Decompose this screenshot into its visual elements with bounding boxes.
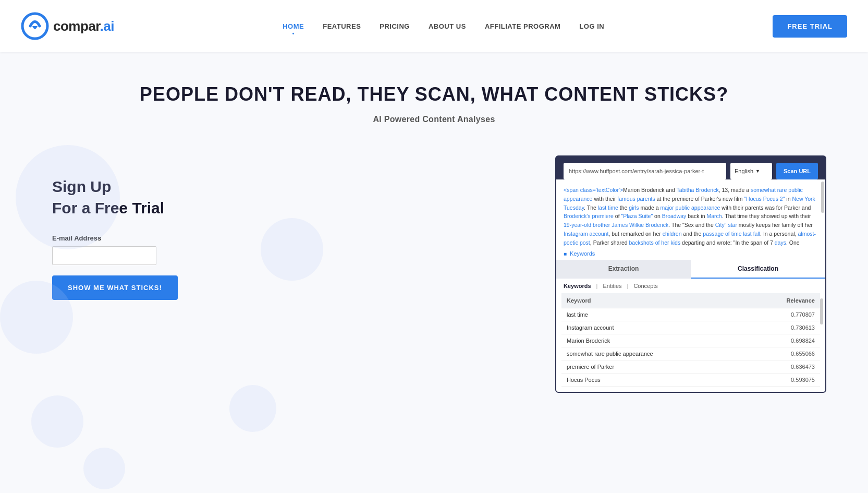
logo-icon xyxy=(21,12,49,40)
nav-cta-button[interactable]: FREE TRIAL xyxy=(773,15,847,38)
nav-item-features[interactable]: FEATURES xyxy=(323,21,361,31)
chevron-down-icon: ▼ xyxy=(755,169,760,174)
bg-blob-3 xyxy=(31,395,83,448)
url-input[interactable]: https://www.huffpost.com/entry/sarah-jes… xyxy=(564,163,726,179)
scan-url-button[interactable]: Scan URL xyxy=(776,163,818,179)
kw-subtabs: Keywords | Entities | Concepts xyxy=(555,279,826,293)
nav-link-home[interactable]: HOME xyxy=(283,22,304,30)
table-col-relevance: Relevance xyxy=(746,293,820,308)
kw-tab-concepts[interactable]: Concepts xyxy=(633,283,657,289)
bg-blob-4 xyxy=(83,448,125,489)
signup-heading: Sign Up For a Free Trial xyxy=(52,176,250,219)
table-cell-keyword: premiere of Parker xyxy=(561,360,746,374)
kw-tab-keywords[interactable]: Keywords xyxy=(564,283,591,289)
signup-heading-line1: Sign Up xyxy=(52,178,111,195)
nav-link-pricing[interactable]: PRICING xyxy=(380,22,410,30)
table-cell-relevance: 0.770807 xyxy=(746,308,820,321)
table-col-keyword: Keyword xyxy=(561,293,746,308)
nav-item-pricing[interactable]: PRICING xyxy=(380,21,410,31)
table-cell-keyword: last time xyxy=(561,308,746,321)
bg-blob-6 xyxy=(229,385,276,432)
table-cell-relevance: 0.593075 xyxy=(746,374,820,387)
table-row: last time 0.770807 xyxy=(561,308,820,321)
tab-extraction[interactable]: Extraction xyxy=(556,260,691,279)
keywords-bar: ■ Keywords xyxy=(555,247,826,260)
table-row: Instagram account 0.730613 xyxy=(561,321,820,334)
tab-classification[interactable]: Classification xyxy=(691,260,825,279)
nav-link-login[interactable]: LOG IN xyxy=(579,22,604,30)
nav-item-about[interactable]: ABOUT US xyxy=(429,21,466,31)
cta-button[interactable]: SHOW ME WHAT STICKS! xyxy=(52,275,178,300)
keywords-table-wrap: Keyword Relevance last time 0.770807 Ins… xyxy=(555,293,826,393)
hero-section: PEOPLE DON'T READ, THEY SCAN, WHAT CONTE… xyxy=(0,52,868,135)
keywords-dot: ■ xyxy=(564,251,567,257)
text-content-area: <span class='textColor'>Marion Broderick… xyxy=(555,179,826,247)
nav-link-features[interactable]: FEATURES xyxy=(323,22,361,30)
lang-select[interactable]: English ▼ xyxy=(730,163,772,179)
nav-item-affiliate[interactable]: AFFILIATE PROGRAM xyxy=(485,21,560,31)
email-label: E-mail Address xyxy=(52,234,250,242)
table-cell-relevance: 0.655066 xyxy=(746,347,820,360)
panel-top: https://www.huffpost.com/entry/sarah-jes… xyxy=(555,155,826,179)
table-cell-relevance: 0.636473 xyxy=(746,360,820,374)
logo-text: compar.ai xyxy=(53,18,114,34)
navbar: compar.ai HOME FEATURES PRICING ABOUT US… xyxy=(0,0,868,52)
signup-heading-line2: For a Free Trial xyxy=(52,199,164,217)
table-cell-keyword: somewhat rare public appearance xyxy=(561,347,746,360)
table-cell-keyword: Marion Broderick xyxy=(561,334,746,347)
nav-links: HOME FEATURES PRICING ABOUT US AFFILIATE… xyxy=(283,21,604,31)
logo[interactable]: compar.ai xyxy=(21,12,114,40)
table-row: premiere of Parker 0.636473 xyxy=(561,360,820,374)
hero-headline: PEOPLE DON'T READ, THEY SCAN, WHAT CONTE… xyxy=(10,83,858,105)
nav-link-affiliate[interactable]: AFFILIATE PROGRAM xyxy=(485,22,560,30)
nav-item-login[interactable]: LOG IN xyxy=(579,21,604,31)
table-cell-relevance: 0.730613 xyxy=(746,321,820,334)
nav-link-about[interactable]: ABOUT US xyxy=(429,22,466,30)
table-row: Marion Broderick 0.698824 xyxy=(561,334,820,347)
table-row: somewhat rare public appearance 0.655066 xyxy=(561,347,820,360)
table-row: Hocus Pocus 0.593075 xyxy=(561,374,820,387)
url-bar: https://www.huffpost.com/entry/sarah-jes… xyxy=(564,163,818,179)
table-cell-keyword: Hocus Pocus xyxy=(561,374,746,387)
signup-form: Sign Up For a Free Trial E-mail Address … xyxy=(52,155,250,300)
app-preview: https://www.huffpost.com/entry/sarah-jes… xyxy=(555,155,826,393)
nav-item-home[interactable]: HOME xyxy=(283,21,304,31)
email-input[interactable] xyxy=(52,246,156,265)
table-cell-keyword: Instagram account xyxy=(561,321,746,334)
hero-subtitle: AI Powered Content Analyses xyxy=(10,115,858,124)
keywords-table: Keyword Relevance last time 0.770807 Ins… xyxy=(561,293,820,387)
keywords-label: Keywords xyxy=(570,250,595,257)
table-cell-relevance: 0.698824 xyxy=(746,334,820,347)
tabs-row: Extraction Classification xyxy=(555,260,826,279)
bg-blob-5 xyxy=(261,218,323,281)
kw-tab-entities[interactable]: Entities xyxy=(603,283,621,289)
main-section: Sign Up For a Free Trial E-mail Address … xyxy=(0,135,868,414)
